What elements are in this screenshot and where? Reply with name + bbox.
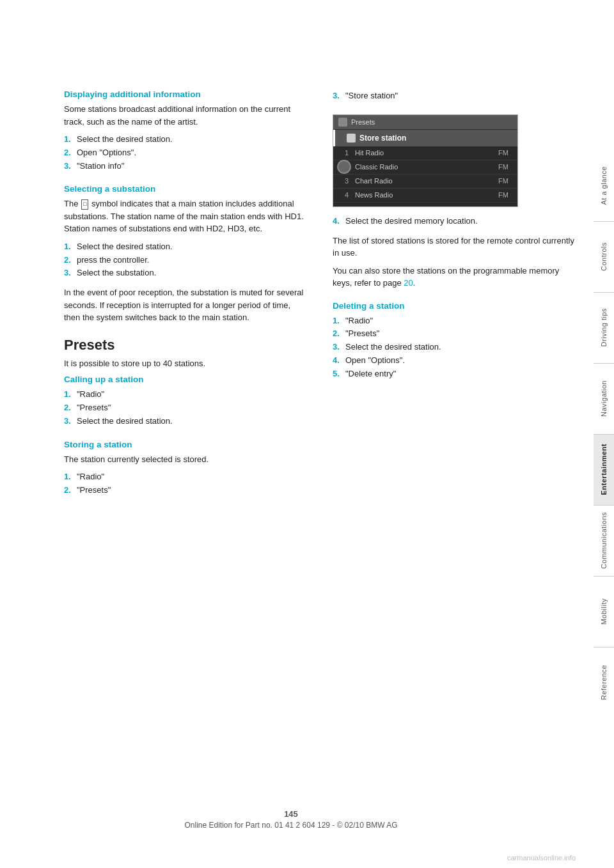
body-note2: You can also store the stations on the p…	[333, 265, 576, 290]
body-displaying-info: Some stations broadcast additional infor…	[64, 103, 307, 128]
heading-storing: Storing a station	[64, 440, 307, 449]
hd-symbol: □	[81, 199, 88, 210]
list-selecting-substation: 1. Select the desired station. 2. press …	[64, 240, 307, 280]
station-row-1: 1 Hit Radio FM	[333, 146, 517, 160]
watermark: carmanualsonline.info	[507, 854, 576, 862]
section-deleting: Deleting a station 1. "Radio" 2. "Preset…	[333, 301, 576, 381]
tab-controls[interactable]: Controls	[594, 222, 614, 292]
list-item: 1. "Radio"	[64, 470, 307, 484]
body-substation-note: In the event of poor reception, the subs…	[64, 286, 307, 324]
body-note1: The list of stored stations is stored fo…	[333, 235, 576, 260]
list-item: 3. "Store station"	[333, 89, 576, 103]
page-number: 145	[0, 809, 582, 819]
heading-selecting-substation: Selecting a substation	[64, 184, 307, 194]
tab-communications[interactable]: Communications	[594, 506, 614, 576]
station-row-2: 7 Classic Radio FM	[333, 160, 517, 174]
section-calling-up: Calling up a station 1. "Radio" 2. "Pres…	[64, 375, 307, 428]
left-column: Displaying additional information Some s…	[64, 89, 307, 509]
list-storing: 1. "Radio" 2. "Presets"	[64, 470, 307, 497]
list-item: 3. Select the substation.	[64, 267, 307, 280]
store-station-label: Store station	[359, 134, 406, 143]
body-storing: The station currently selected is stored…	[64, 453, 307, 466]
list-displaying-info: 1. Select the desired station. 2. Open "…	[64, 133, 307, 173]
tab-driving-tips[interactable]: Driving tips	[594, 293, 614, 363]
list-item: 2. press the controller.	[64, 254, 307, 267]
list-item: 2. "Presets"	[333, 327, 576, 341]
list-calling-up: 1. "Radio" 2. "Presets" 3. Select the de…	[64, 388, 307, 428]
tab-at-a-glance[interactable]: At a glance	[594, 151, 614, 221]
list-item: 4. Select the desired memory location.	[333, 215, 576, 228]
section-selecting-substation: Selecting a substation The □ symbol indi…	[64, 184, 307, 323]
presets-title-label: Presets	[351, 118, 375, 126]
list-item: 3. "Station info"	[64, 160, 307, 173]
list-item: 1. "Radio"	[333, 314, 576, 328]
list-item: 2. "Presets"	[64, 484, 307, 497]
list-step3: 3. "Store station"	[333, 89, 576, 103]
list-deleting: 1. "Radio" 2. "Presets" 3. Select the de…	[333, 314, 576, 381]
store-station-row: Store station	[333, 130, 517, 146]
presets-screenshot: Presets Store station 1 Hit Radio FM 7 C…	[333, 114, 518, 207]
heading-deleting: Deleting a station	[333, 301, 576, 311]
list-item: 1. "Radio"	[64, 388, 307, 401]
list-item: 5. "Delete entry"	[333, 368, 576, 381]
right-column: 3. "Store station" Presets Store station	[333, 89, 576, 509]
two-col-layout: Displaying additional information Some s…	[64, 89, 576, 509]
heading-displaying-info: Displaying additional information	[64, 89, 307, 99]
list-item: 1. Select the desired station.	[64, 133, 307, 146]
section-step3: 3. "Store station"	[333, 89, 576, 103]
list-item: 2. Open "Options".	[64, 146, 307, 160]
page-footer: 145 Online Edition for Part no. 01 41 2 …	[0, 809, 582, 830]
station-row-4: 4 News Radio FM	[333, 189, 517, 203]
list-item: 3. Select the desired station.	[333, 341, 576, 354]
tab-mobility[interactable]: Mobility	[594, 577, 614, 647]
sidebar-tabs: At a glance Controls Driving tips Naviga…	[582, 0, 614, 868]
footer-text: Online Edition for Part no. 01 41 2 604 …	[0, 821, 582, 830]
list-item: 1. Select the desired station.	[64, 240, 307, 254]
heading-calling-up: Calling up a station	[64, 375, 307, 384]
section-storing: Storing a station The station currently …	[64, 440, 307, 497]
section-displaying-info: Displaying additional information Some s…	[64, 89, 307, 173]
presets-titlebar: Presets	[333, 115, 517, 129]
tab-entertainment[interactable]: Entertainment	[594, 435, 614, 505]
heading-presets: Presets	[64, 337, 307, 353]
list-item: 2. "Presets"	[64, 401, 307, 415]
tab-navigation[interactable]: Navigation	[594, 364, 614, 434]
section-presets: Presets It is possible to store up to 40…	[64, 337, 307, 497]
list-step4: 4. Select the desired memory location.	[333, 215, 576, 228]
body-presets-intro: It is possible to store up to 40 station…	[64, 357, 307, 370]
list-item: 4. Open "Options".	[333, 354, 576, 368]
section-step4: 4. Select the desired memory location. T…	[333, 215, 576, 290]
save-icon	[347, 134, 356, 143]
main-content: Displaying additional information Some s…	[64, 89, 576, 509]
list-item: 3. Select the desired station.	[64, 415, 307, 428]
controller-knob	[337, 160, 351, 174]
presets-icon	[338, 118, 347, 127]
station-row-3: 3 Chart Radio FM	[333, 174, 517, 189]
body-selecting-substation: The □ symbol indicates that a main stati…	[64, 198, 307, 235]
tab-reference[interactable]: Reference	[594, 647, 614, 718]
